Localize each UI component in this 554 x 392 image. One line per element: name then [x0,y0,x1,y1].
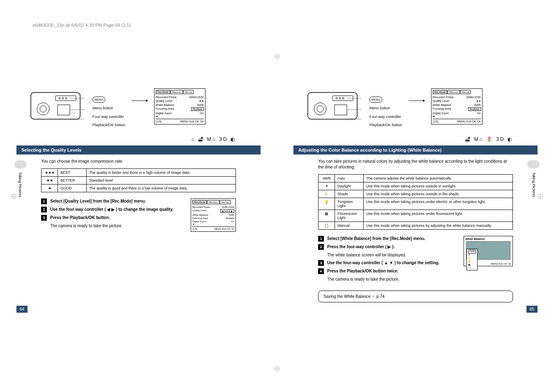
quality-table: ★★★BESTThe quality is better and there i… [41,168,236,192]
reg-mark-top: ⊕ [274,51,281,61]
svg-point-2 [40,106,46,112]
menu-screen-quality-step: Rec.Mode Memory Set-up Recorded Pixels20… [191,198,236,232]
content-area: Taking Pictures MENU [0,88,554,302]
mode-icons-right: 🏕 M⌂ 🌷 3D ◐ [293,136,513,142]
step-4-sub: The camera is ready to take the picture. [327,277,457,282]
step-num-2: 2 [41,207,47,212]
camera-labels: MENU Menu button Four-way controller Pla… [92,97,125,130]
page-65: Taking Pictures MENU [277,88,554,302]
step-num-1: 1 [318,236,324,242]
step-2-sub: The white balance screen will be display… [327,252,457,258]
page-number-64: 64 [16,306,28,313]
fourway-label: Four-way controller [92,114,125,120]
tab-recmode: Rec.Mode [156,90,170,94]
step-3-sub: The camera is ready to take the picture. [50,223,185,228]
step-num-2: 2 [318,244,324,250]
table-row: 💡Tungsten LightUse this mode when taking… [319,198,513,210]
svg-rect-7 [58,105,70,115]
saving-note: Saving the White Balance ☞ p.74 [318,291,513,302]
svg-point-18 [339,97,341,99]
fourway-label: Four-way controller [369,114,402,120]
step-num-3: 3 [41,215,47,221]
quality-intro: You can choose the image compression rat… [41,159,236,164]
tab-setup: Set-up [183,90,194,94]
svg-marker-25 [423,99,425,102]
step-num-3: 3 [318,260,324,266]
file-header: e04KB335_33e.qk 6/6/02 4:39 PM Page 64 (… [33,23,131,28]
thumb-tab-shape [14,160,27,168]
arrow-icon [409,99,425,103]
table-row: ★★★BESTThe quality is better and there i… [42,169,236,177]
table-row: ▦Fluorescent LightUse this mode when tak… [319,210,513,222]
menu-screen-right: Rec.Mode Memory Set-up Recorded Pixels20… [431,88,482,125]
reg-mark-bottom: ⊕ [274,364,281,374]
side-tab-right: Taking Pictures [530,171,538,199]
menu-pill: MENU [92,97,105,103]
wb-table: AWBAutoThe camera adjusts the white bala… [318,174,513,230]
svg-marker-12 [146,99,148,102]
page-64: Taking Pictures MENU [0,88,277,302]
section-title-wb: Adjusting the Color Balance according to… [293,145,538,154]
wb-intro: You can take pictures in natural colors … [318,159,513,170]
menu-button-label: Menu button [369,105,402,111]
menu-screen-left: Rec.Mode Memory Set-up Recorded Pixels20… [154,88,205,125]
mode-icons-left: ⌂ 🏕 M⌂ 3D ◐ [16,136,236,142]
svg-point-6 [65,97,67,99]
camera-icon [306,88,363,125]
table-row: ★GOODThe quality is good and there is a … [42,184,236,192]
camera-icon [29,88,86,125]
table-row: ⛅ShadeUse this mode when taking pictures… [319,190,513,198]
svg-point-14 [314,103,326,115]
table-row: 📋ManualUse this mode when taking picture… [319,222,513,230]
page-container: e04KB335_33e.qk 6/6/02 4:39 PM Page 64 (… [0,0,554,392]
menu-pill: MENU [369,97,382,103]
playback-label: Playback/OK button [92,122,125,128]
tab-memory: Memory [171,90,183,94]
wb-options-list: AWB ☀⛅💡▦📋 [466,249,478,270]
step-num-4: 4 [318,268,324,274]
table-row: ☀DaylightUse this mode when taking pictu… [319,182,513,190]
wb-preview-screen: White Balance AWB ☀⛅💡▦📋 MENU Exit OK Ok [464,236,513,266]
svg-point-4 [59,97,60,99]
playback-label: Playback/OK button [369,122,402,128]
menu-button-label: Menu button [92,105,125,111]
side-tab-left: Taking Pictures [16,171,24,199]
camera-diagram-right: MENU Menu button Four-way controller Pla… [306,88,538,130]
svg-point-15 [317,106,323,112]
step-num-1: 1 [41,198,47,204]
svg-rect-20 [335,105,347,115]
svg-point-17 [336,97,337,99]
table-row: AWBAutoThe camera adjusts the white bala… [319,175,513,182]
thumb-tab-shape [527,160,540,168]
camera-diagram-left: MENU Menu button Four-way controller Pla… [29,88,261,130]
svg-point-1 [37,103,49,115]
wb-steps: 1Select [White Balance] from the [Rec.Mo… [318,236,457,284]
arrow-icon [132,99,148,103]
svg-point-5 [62,97,64,99]
quality-steps: 1Select [Quality Level] from the [Rec.Mo… [41,198,185,231]
svg-point-19 [342,97,344,99]
section-title-quality: Selecting the Quality Levels [16,145,261,154]
table-row: ★★BETTERStandard level [42,177,236,184]
page-number-65: 65 [526,306,538,313]
camera-labels: MENU Menu button Four-way controller Pla… [369,97,402,130]
